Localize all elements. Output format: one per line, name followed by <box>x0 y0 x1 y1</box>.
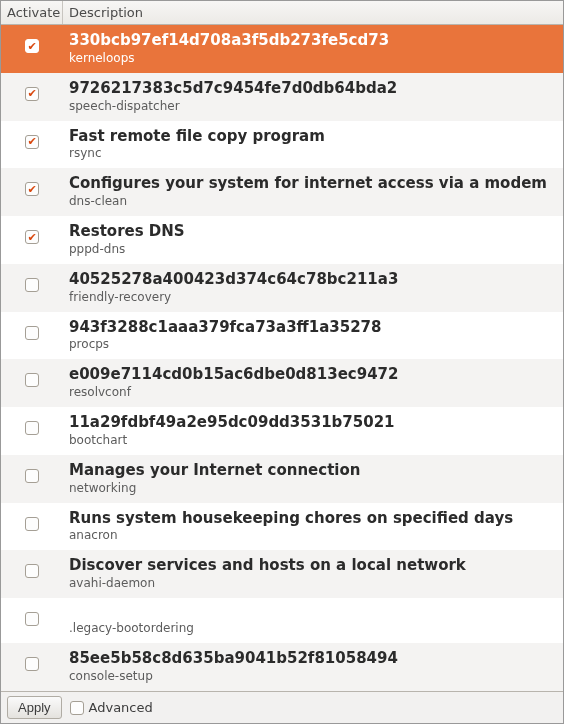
service-title: Discover services and hosts on a local n… <box>69 556 557 575</box>
description-cell: 11a29fdbf49a2e95dc09dd3531b75021bootchar… <box>63 411 563 449</box>
table-row[interactable]: 330bcb97ef14d708a3f5db273fe5cd73kerneloo… <box>1 25 563 73</box>
description-cell: 40525278a400423d374c64c78bc211a3friendly… <box>63 268 563 306</box>
advanced-toggle[interactable]: Advanced <box>70 700 153 715</box>
description-cell: 85ee5b58c8d635ba9041b52f81058494console-… <box>63 647 563 685</box>
activate-cell <box>1 411 63 435</box>
activate-cell <box>1 125 63 149</box>
service-title: Restores DNS <box>69 222 557 241</box>
description-cell: Discover services and hosts on a local n… <box>63 554 563 592</box>
service-title: Fast remote file copy program <box>69 127 557 146</box>
service-title: Configures your system for internet acce… <box>69 174 557 193</box>
description-cell: 330bcb97ef14d708a3f5db273fe5cd73kerneloo… <box>63 29 563 67</box>
table-row[interactable]: 9726217383c5d7c9454fe7d0db64bda2speech-d… <box>1 73 563 121</box>
advanced-label: Advanced <box>89 700 153 715</box>
service-subtitle: anacron <box>69 528 557 542</box>
activate-checkbox[interactable] <box>25 182 39 196</box>
service-title: 85ee5b58c8d635ba9041b52f81058494 <box>69 649 557 668</box>
column-header-description[interactable]: Description <box>63 1 563 24</box>
service-subtitle: avahi-daemon <box>69 576 557 590</box>
service-subtitle: dns-clean <box>69 194 557 208</box>
activate-checkbox[interactable] <box>25 87 39 101</box>
service-subtitle: procps <box>69 337 557 351</box>
activate-checkbox[interactable] <box>25 421 39 435</box>
description-cell: Restores DNSpppd-dns <box>63 220 563 258</box>
table-row[interactable]: Configures your system for internet acce… <box>1 168 563 216</box>
activate-cell <box>1 316 63 340</box>
activate-checkbox[interactable] <box>25 517 39 531</box>
service-title: 9726217383c5d7c9454fe7d0db64bda2 <box>69 79 557 98</box>
column-headers: Activate Description <box>1 1 563 25</box>
activate-checkbox[interactable] <box>25 612 39 626</box>
apply-button[interactable]: Apply <box>7 696 62 719</box>
footer-bar: Apply Advanced <box>1 691 563 723</box>
activate-cell <box>1 220 63 244</box>
service-title: 40525278a400423d374c64c78bc211a3 <box>69 270 557 289</box>
service-subtitle: resolvconf <box>69 385 557 399</box>
activate-checkbox[interactable] <box>25 135 39 149</box>
activate-cell <box>1 172 63 196</box>
service-subtitle: bootchart <box>69 433 557 447</box>
activate-cell <box>1 29 63 53</box>
description-cell: 9726217383c5d7c9454fe7d0db64bda2speech-d… <box>63 77 563 115</box>
service-title: 943f3288c1aaa379fca73a3ff1a35278 <box>69 318 557 337</box>
service-subtitle: rsync <box>69 146 557 160</box>
table-row[interactable]: Manages your Internet connectionnetworki… <box>1 455 563 503</box>
activate-checkbox[interactable] <box>25 564 39 578</box>
column-header-activate[interactable]: Activate <box>1 1 63 24</box>
description-cell: Runs system housekeeping chores on speci… <box>63 507 563 545</box>
service-title: e009e7114cd0b15ac6dbe0d813ec9472 <box>69 365 557 384</box>
table-row[interactable]: e009e7114cd0b15ac6dbe0d813ec9472resolvco… <box>1 359 563 407</box>
description-cell: e009e7114cd0b15ac6dbe0d813ec9472resolvco… <box>63 363 563 401</box>
service-subtitle: friendly-recovery <box>69 290 557 304</box>
service-title: Manages your Internet connection <box>69 461 557 480</box>
activate-cell <box>1 554 63 578</box>
description-cell: Configures your system for internet acce… <box>63 172 563 210</box>
activate-cell <box>1 507 63 531</box>
table-row[interactable]: Fast remote file copy programrsync <box>1 121 563 169</box>
service-subtitle: speech-dispatcher <box>69 99 557 113</box>
service-title: Runs system housekeeping chores on speci… <box>69 509 557 528</box>
activate-checkbox[interactable] <box>25 657 39 671</box>
table-row[interactable]: Discover services and hosts on a local n… <box>1 550 563 598</box>
table-row[interactable]: 11a29fdbf49a2e95dc09dd3531b75021bootchar… <box>1 407 563 455</box>
activate-checkbox[interactable] <box>25 326 39 340</box>
service-list[interactable]: 330bcb97ef14d708a3f5db273fe5cd73kerneloo… <box>1 25 563 691</box>
activate-cell <box>1 602 63 626</box>
activate-checkbox[interactable] <box>25 373 39 387</box>
advanced-checkbox[interactable] <box>70 701 84 715</box>
table-row[interactable]: 85ee5b58c8d635ba9041b52f81058494console-… <box>1 643 563 691</box>
description-cell: 943f3288c1aaa379fca73a3ff1a35278procps <box>63 316 563 354</box>
activate-checkbox[interactable] <box>25 39 39 53</box>
activate-cell <box>1 647 63 671</box>
window: Activate Description 330bcb97ef14d708a3f… <box>0 0 564 724</box>
activate-cell <box>1 77 63 101</box>
service-subtitle: kerneloops <box>69 51 557 65</box>
description-cell: Manages your Internet connectionnetworki… <box>63 459 563 497</box>
table-row[interactable]: Restores DNSpppd-dns <box>1 216 563 264</box>
activate-cell <box>1 268 63 292</box>
activate-checkbox[interactable] <box>25 469 39 483</box>
description-cell: Fast remote file copy programrsync <box>63 125 563 163</box>
service-title: 11a29fdbf49a2e95dc09dd3531b75021 <box>69 413 557 432</box>
table-row[interactable]: 943f3288c1aaa379fca73a3ff1a35278procps <box>1 312 563 360</box>
service-subtitle: networking <box>69 481 557 495</box>
table-row[interactable]: 40525278a400423d374c64c78bc211a3friendly… <box>1 264 563 312</box>
service-subtitle: .legacy-bootordering <box>69 621 557 635</box>
table-row[interactable]: .legacy-bootordering <box>1 598 563 643</box>
activate-checkbox[interactable] <box>25 278 39 292</box>
service-subtitle: pppd-dns <box>69 242 557 256</box>
activate-cell <box>1 459 63 483</box>
activate-checkbox[interactable] <box>25 230 39 244</box>
table-row[interactable]: Runs system housekeeping chores on speci… <box>1 503 563 551</box>
description-cell: .legacy-bootordering <box>63 602 563 637</box>
service-subtitle: console-setup <box>69 669 557 683</box>
service-title: 330bcb97ef14d708a3f5db273fe5cd73 <box>69 31 557 50</box>
activate-cell <box>1 363 63 387</box>
